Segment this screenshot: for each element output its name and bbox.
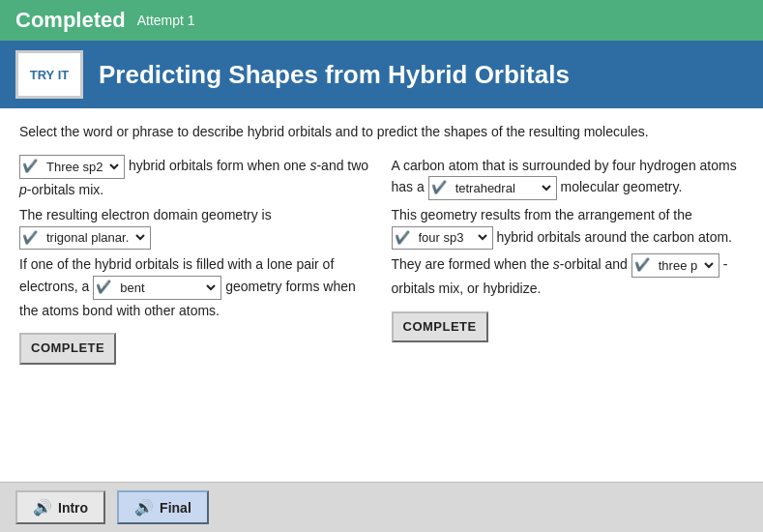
right-check-mark-1: ✔️ [431,178,447,198]
right-column: A carbon atom that is surrounded by four… [392,155,745,472]
right-dropdown-2[interactable]: four sp3 three sp3 two sp2 sp3d [412,228,490,247]
right-check-mark-2: ✔️ [395,228,410,249]
right-dropdown-1-wrapper[interactable]: ✔️ tetrahedral bent linear trigonal plan… [428,176,557,200]
left-dropdown-1-wrapper[interactable]: ✔️ Three sp2 sp2 sp3 sp3d [19,155,125,179]
final-label: Final [160,500,191,516]
columns-container: ✔️ Three sp2 sp2 sp3 sp3d hybrid orbital… [19,155,744,472]
left-dropdown-3[interactable]: bent linear trigonal planar tetrahedral [113,279,219,297]
intro-audio-button[interactable]: 🔊 Intro [15,490,105,524]
attempt-label: Attempt 1 [137,13,195,28]
left-sentence-3: If one of the hybrid orbitals is filled … [19,253,372,321]
right-sentence-3: They are formed when the s-orbital and ✔… [392,253,745,299]
footer-bar: 🔊 Intro 🔊 Final [0,482,763,532]
title-bar: TRY IT Predicting Shapes from Hybrid Orb… [0,41,763,108]
left-sentence-2: The resulting electron domain geometry i… [19,204,372,250]
check-mark-3: ✔️ [96,278,111,298]
right-sentence-1: A carbon atom that is surrounded by four… [392,155,745,200]
try-it-logo: TRY IT [15,50,83,99]
completed-status: Completed [15,8,126,33]
final-audio-icon: 🔊 [134,498,154,517]
left-column: ✔️ Three sp2 sp2 sp3 sp3d hybrid orbital… [19,155,372,472]
check-mark-1: ✔️ [22,157,38,177]
right-dropdown-1[interactable]: tetrahedral bent linear trigonal planar [449,179,554,197]
header-bar: Completed Attempt 1 [0,0,763,41]
left-dropdown-3-wrapper[interactable]: ✔️ bent linear trigonal planar tetrahedr… [93,276,221,300]
intro-audio-icon: 🔊 [33,498,52,517]
right-check-mark-3: ✔️ [634,255,650,276]
left-dropdown-1[interactable]: Three sp2 sp2 sp3 sp3d [40,158,122,176]
right-complete-button[interactable]: COMPLETE [392,311,488,343]
right-dropdown-3-wrapper[interactable]: ✔️ three p two p four p one p [631,253,719,278]
left-sentence-1: ✔️ Three sp2 sp2 sp3 sp3d hybrid orbital… [19,155,372,200]
right-sentence-2: This geometry results from the arrangeme… [392,204,745,250]
intro-label: Intro [58,500,88,516]
right-dropdown-3[interactable]: three p two p four p one p [652,256,717,275]
check-mark-2: ✔️ [22,228,38,249]
left-dropdown-2-wrapper[interactable]: ✔️ trigonal planar. bent linear tetrahed… [19,226,151,251]
left-complete-button[interactable]: COMPLETE [19,333,116,365]
main-content: Select the word or phrase to describe hy… [0,108,763,482]
instruction-text: Select the word or phrase to describe hy… [19,124,744,139]
left-dropdown-2[interactable]: trigonal planar. bent linear tetrahedral [40,228,148,247]
page-title: Predicting Shapes from Hybrid Orbitals [99,60,570,90]
final-audio-button[interactable]: 🔊 Final [117,490,209,524]
right-dropdown-2-wrapper[interactable]: ✔️ four sp3 three sp3 two sp2 sp3d [392,226,493,251]
